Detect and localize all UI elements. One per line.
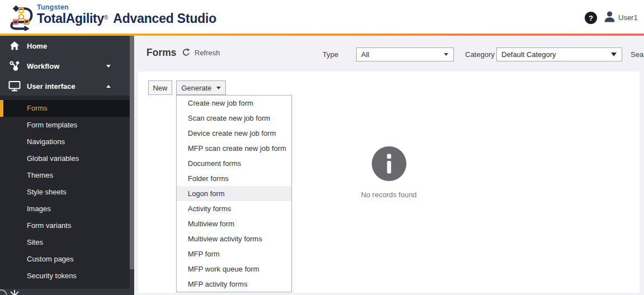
submenu-item-label: Navigations — [27, 137, 65, 146]
generate-button-label: Generate — [181, 84, 211, 92]
generate-menu-item-label: Multiview form — [188, 220, 234, 228]
generate-menu-item[interactable]: Scan create new job form — [177, 111, 291, 126]
generate-menu-item[interactable]: Device create new job form — [177, 126, 291, 141]
generate-menu-item-label: MFP scan create new job form — [188, 144, 286, 153]
sidebar-item-home[interactable]: Home — [0, 36, 130, 56]
submenu-item[interactable]: Sites — [0, 234, 130, 251]
main-content: Forms Refresh Type All Category Default … — [134, 36, 644, 295]
totalagility-logo-icon — [7, 4, 34, 31]
generate-menu-item[interactable]: Multiview form — [177, 216, 291, 231]
generate-menu-item-label: Document forms — [188, 159, 241, 168]
monitor-icon — [8, 80, 21, 92]
generate-menu-item-label: MFP work queue form — [188, 265, 259, 273]
submenu-item-label: Custom pages — [27, 255, 74, 263]
partial-arc-icon — [0, 289, 7, 295]
submenu-item-label: Images — [27, 204, 51, 213]
submenu-item[interactable]: Form variants — [0, 217, 130, 234]
sidebar-partial-item — [0, 288, 130, 295]
sidebar-item-label: Workflow — [27, 62, 59, 70]
refresh-button[interactable]: Refresh — [182, 48, 220, 57]
submenu-item[interactable]: Forms — [0, 100, 130, 117]
generate-menu-item[interactable]: Logon form — [177, 186, 291, 201]
generate-menu-item-label: MFP form — [188, 250, 220, 258]
submenu-item[interactable]: Navigations — [0, 134, 130, 150]
submenu-item[interactable]: Images — [0, 201, 130, 217]
chevron-down-icon — [106, 65, 111, 68]
generate-menu-item-label: Folder forms — [188, 174, 229, 183]
submenu-item[interactable]: Form templates — [0, 117, 130, 134]
sparkle-icon — [8, 289, 21, 295]
sidebar-item-workflow[interactable]: Workflow — [0, 56, 130, 76]
chevron-up-icon — [106, 85, 111, 88]
generate-menu-item[interactable]: Multiview activity forms — [177, 231, 291, 246]
generate-menu-item[interactable]: MFP form — [177, 246, 291, 261]
submenu-item-label: Global variables — [27, 154, 79, 163]
category-filter-label: Category — [465, 50, 495, 59]
submenu-item[interactable]: Global variables — [0, 150, 130, 167]
sidebar-scrollbar[interactable] — [130, 36, 134, 295]
generate-menu-item-label: Multiview activity forms — [188, 235, 262, 243]
user-interface-submenu: Forms Form templates Navigations Global … — [0, 96, 130, 289]
info-icon — [372, 146, 406, 181]
brand-tungsten: Tungsten — [37, 3, 216, 11]
workflow-icon — [8, 60, 21, 72]
registered-mark: ® — [104, 15, 108, 21]
sidebar-item-label: User interface — [27, 82, 75, 91]
submenu-item[interactable]: Style sheets — [0, 184, 130, 201]
generate-menu-item[interactable]: MFP activity forms — [177, 277, 291, 292]
sidebar-nav: Home Workflow User interface F — [0, 36, 134, 295]
dropdown-arrow-icon — [444, 53, 448, 56]
generate-menu-item[interactable]: Folder forms — [177, 171, 291, 186]
submenu-item[interactable]: Security tokens — [0, 268, 130, 284]
submenu-item-label: Themes — [27, 171, 53, 179]
generate-menu-item-label: MFP activity forms — [188, 280, 248, 288]
new-button[interactable]: New — [148, 80, 172, 95]
user-name: User1 — [618, 13, 638, 22]
submenu-item-label: Form variants — [27, 221, 71, 230]
new-button-label: New — [153, 84, 167, 92]
home-icon — [8, 40, 21, 52]
sidebar-item-user-interface[interactable]: User interface — [0, 76, 130, 96]
generate-menu-item[interactable]: Document forms — [177, 156, 291, 171]
submenu-item[interactable]: Themes — [0, 167, 130, 184]
brand-product-line: TotalAgility®Advanced Studio — [37, 11, 216, 26]
type-filter-select[interactable]: All — [356, 47, 454, 61]
app-header: Tungsten TotalAgility®Advanced Studio ? … — [0, 0, 644, 34]
category-filter-value: Default Category — [501, 50, 556, 59]
generate-menu-item-label: Device create new job form — [188, 129, 276, 137]
refresh-label: Refresh — [195, 49, 220, 57]
dropdown-arrow-icon — [611, 53, 617, 56]
page-title: Forms — [146, 47, 176, 59]
generate-menu-item[interactable]: Create new job form — [177, 96, 291, 111]
type-filter-label: Type — [323, 50, 338, 59]
submenu-item-label: Sites — [27, 238, 43, 246]
type-filter-value: All — [361, 50, 369, 59]
help-glyph: ? — [589, 14, 593, 22]
refresh-icon — [182, 48, 191, 57]
brand-product-name: TotalAgility — [37, 11, 104, 26]
generate-button[interactable]: Generate — [176, 80, 226, 95]
submenu-item[interactable]: Custom pages — [0, 251, 130, 268]
search-label: Search — [631, 50, 644, 59]
brand-suffix: Advanced Studio — [113, 11, 216, 26]
generate-menu-item-label: Activity forms — [188, 204, 231, 213]
generate-menu-item[interactable]: Activity forms — [177, 201, 291, 216]
sidebar-item-label: Home — [27, 42, 47, 50]
chevron-down-icon — [216, 87, 221, 89]
user-icon[interactable] — [603, 9, 617, 24]
generate-menu-item[interactable]: MFP scan create new job form — [177, 141, 291, 156]
help-icon[interactable]: ? — [585, 12, 597, 24]
submenu-item-label: Style sheets — [27, 188, 67, 196]
forms-list-panel: New Generate Create new job form Scan cr… — [138, 72, 640, 293]
sidebar-scrollbar-thumb[interactable] — [130, 36, 134, 269]
generate-menu-item-label: Logon form — [188, 189, 225, 198]
brand: Tungsten TotalAgility®Advanced Studio — [37, 3, 216, 26]
generate-dropdown-menu: Create new job form Scan create new job … — [176, 95, 292, 292]
generate-menu-item[interactable]: MFP work queue form — [177, 261, 291, 277]
submenu-item-label: Security tokens — [27, 272, 77, 280]
submenu-item-label: Forms — [27, 104, 48, 112]
submenu-item-label: Form templates — [27, 121, 77, 129]
generate-menu-item-label: Create new job form — [188, 99, 253, 107]
category-filter-select[interactable]: Default Category — [496, 47, 622, 61]
generate-menu-item-label: Scan create new job form — [188, 114, 270, 122]
